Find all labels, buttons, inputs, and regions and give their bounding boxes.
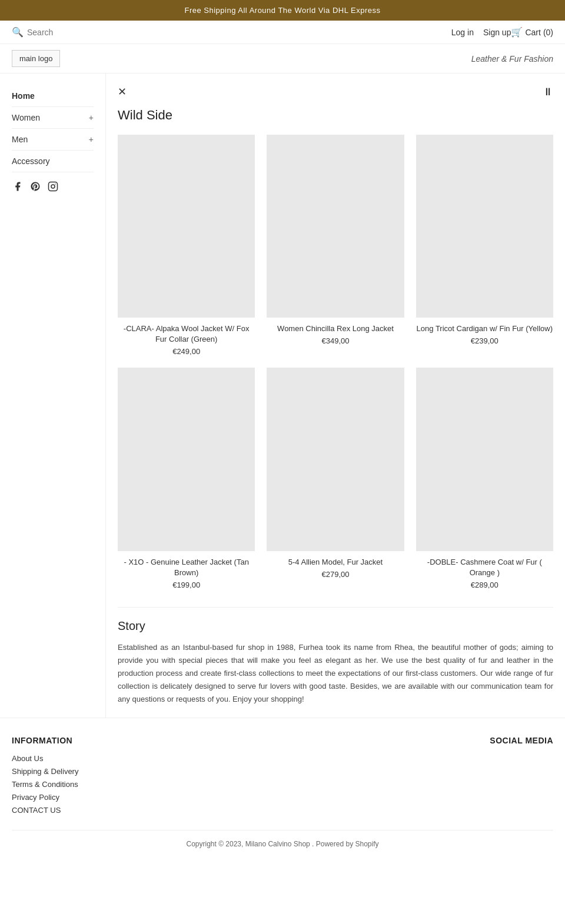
footer-link-contact[interactable]: CONTACT US bbox=[12, 805, 78, 815]
cart-link[interactable]: 🛒 Cart (0) bbox=[511, 26, 553, 38]
women-plus-icon: + bbox=[89, 113, 94, 122]
sidebar-home-link[interactable]: Home bbox=[12, 91, 94, 101]
product-name-4: 5-4 Allien Model, Fur Jacket bbox=[267, 557, 404, 568]
terms-link[interactable]: Terms & Conditions bbox=[12, 780, 78, 789]
footer-bottom: Copyright © 2023, Milano Calvino Shop . … bbox=[12, 830, 553, 852]
main-layout: Home Women + Men + Accessory bbox=[0, 74, 565, 718]
login-link[interactable]: Log in bbox=[451, 28, 474, 37]
story-section: Story Established as an Istanbul-based f… bbox=[118, 607, 553, 706]
product-card-3[interactable]: - X1O - Genuine Leather Jacket (Tan Brow… bbox=[118, 368, 255, 589]
contact-link[interactable]: CONTACT US bbox=[12, 806, 61, 815]
footer-info-heading: INFORMATION bbox=[12, 736, 78, 745]
product-price-5: €289,00 bbox=[416, 581, 553, 589]
product-card-1[interactable]: Women Chincilla Rex Long Jacket €349,00 bbox=[267, 135, 404, 356]
sidebar-accessory-label: Accessory bbox=[12, 156, 50, 166]
top-banner: Free Shipping All Around The World Via D… bbox=[0, 0, 565, 21]
header: 🔍 Log in Sign up 🛒 Cart (0) bbox=[0, 21, 565, 44]
privacy-link[interactable]: Privacy Policy bbox=[12, 793, 59, 802]
product-image-5 bbox=[416, 368, 553, 551]
tagline: Leather & Fur Fashion bbox=[471, 54, 553, 64]
about-us-link[interactable]: About Us bbox=[12, 754, 43, 763]
sidebar-item-women[interactable]: Women + bbox=[12, 107, 94, 129]
product-price-0: €249,00 bbox=[118, 347, 255, 356]
product-card-0[interactable]: -CLARA- Alpaka Wool Jacket W/ Fox Fur Co… bbox=[118, 135, 255, 356]
product-image-1 bbox=[267, 135, 404, 318]
main-logo: main logo bbox=[12, 50, 60, 67]
main-content: ✕ ⏸ Wild Side -CLARA- Alpaka Wool Jacket… bbox=[106, 74, 565, 718]
facebook-icon bbox=[12, 181, 23, 192]
product-image-3 bbox=[118, 368, 255, 551]
product-price-3: €199,00 bbox=[118, 581, 255, 589]
instagram-icon bbox=[48, 181, 58, 192]
footer: INFORMATION About Us Shipping & Delivery… bbox=[0, 718, 565, 858]
footer-link-privacy[interactable]: Privacy Policy bbox=[12, 792, 78, 802]
product-card-4[interactable]: 5-4 Allien Model, Fur Jacket €279,00 bbox=[267, 368, 404, 589]
product-name-5: -DOBLE- Cashmere Coat w/ Fur ( Orange ) bbox=[416, 557, 553, 578]
footer-link-about[interactable]: About Us bbox=[12, 753, 78, 763]
pinterest-link[interactable] bbox=[29, 181, 41, 192]
facebook-link[interactable] bbox=[12, 181, 24, 192]
footer-information: INFORMATION About Us Shipping & Delivery… bbox=[12, 736, 78, 818]
footer-info-links: About Us Shipping & Delivery Terms & Con… bbox=[12, 753, 78, 815]
product-price-4: €279,00 bbox=[267, 570, 404, 579]
cart-count: (0) bbox=[543, 28, 553, 37]
search-area: 🔍 bbox=[12, 26, 440, 38]
sidebar-social bbox=[12, 172, 94, 201]
product-name-3: - X1O - Genuine Leather Jacket (Tan Brow… bbox=[118, 557, 255, 578]
sidebar-item-men[interactable]: Men + bbox=[12, 129, 94, 151]
slideshow-prev-btn[interactable]: ✕ bbox=[118, 85, 127, 98]
sidebar-accessory-link[interactable]: Accessory bbox=[12, 156, 94, 166]
product-image-0 bbox=[118, 135, 255, 318]
slideshow-pause-btn[interactable]: ⏸ bbox=[543, 86, 553, 98]
cart-label: Cart bbox=[525, 28, 540, 37]
footer-social-media: Social Media bbox=[490, 736, 553, 818]
story-title: Story bbox=[118, 619, 553, 633]
signup-link[interactable]: Sign up bbox=[483, 28, 511, 37]
cart-icon: 🛒 bbox=[511, 26, 523, 38]
footer-social-heading: Social Media bbox=[490, 736, 553, 745]
product-image-2 bbox=[416, 135, 553, 318]
svg-point-1 bbox=[51, 185, 55, 188]
product-image-4 bbox=[267, 368, 404, 551]
collection-title: Wild Side bbox=[118, 108, 553, 123]
product-price-1: €349,00 bbox=[267, 336, 404, 345]
sidebar-men-link[interactable]: Men + bbox=[12, 135, 94, 144]
footer-link-shipping[interactable]: Shipping & Delivery bbox=[12, 766, 78, 776]
footer-link-terms[interactable]: Terms & Conditions bbox=[12, 779, 78, 789]
footer-top: INFORMATION About Us Shipping & Delivery… bbox=[12, 736, 553, 818]
product-name-2: Long Tricot Cardigan w/ Fin Fur (Yellow) bbox=[416, 323, 553, 334]
product-card-5[interactable]: -DOBLE- Cashmere Coat w/ Fur ( Orange ) … bbox=[416, 368, 553, 589]
product-card-2[interactable]: Long Tricot Cardigan w/ Fin Fur (Yellow)… bbox=[416, 135, 553, 356]
auth-links: Log in Sign up bbox=[451, 28, 511, 37]
pinterest-icon bbox=[30, 181, 41, 192]
sidebar-nav: Home Women + Men + Accessory bbox=[12, 85, 94, 172]
shipping-link[interactable]: Shipping & Delivery bbox=[12, 767, 78, 776]
copyright-text: Copyright © 2023, Milano Calvino Shop . … bbox=[186, 840, 378, 848]
slideshow-controls: ✕ ⏸ bbox=[118, 85, 553, 98]
sidebar-item-home[interactable]: Home bbox=[12, 85, 94, 107]
sidebar-item-accessory[interactable]: Accessory bbox=[12, 151, 94, 172]
instagram-link[interactable] bbox=[47, 181, 59, 192]
sidebar-women-link[interactable]: Women + bbox=[12, 113, 94, 122]
svg-rect-0 bbox=[49, 182, 58, 191]
banner-text: Free Shipping All Around The World Via D… bbox=[184, 6, 380, 15]
sidebar-home-label: Home bbox=[12, 91, 35, 101]
product-name-1: Women Chincilla Rex Long Jacket bbox=[267, 323, 404, 334]
product-name-0: -CLARA- Alpaka Wool Jacket W/ Fox Fur Co… bbox=[118, 323, 255, 345]
product-grid: -CLARA- Alpaka Wool Jacket W/ Fox Fur Co… bbox=[118, 135, 553, 589]
sidebar-women-label: Women bbox=[12, 113, 40, 122]
product-price-2: €239,00 bbox=[416, 336, 553, 345]
logo-area: main logo Leather & Fur Fashion bbox=[0, 44, 565, 74]
story-text: Established as an Istanbul-based fur sho… bbox=[118, 641, 553, 706]
search-input[interactable] bbox=[27, 28, 98, 37]
sidebar-men-label: Men bbox=[12, 135, 28, 144]
sidebar: Home Women + Men + Accessory bbox=[0, 74, 106, 718]
svg-point-2 bbox=[55, 184, 56, 185]
men-plus-icon: + bbox=[89, 135, 94, 144]
search-icon: 🔍 bbox=[12, 26, 24, 38]
logo-text: main logo bbox=[19, 54, 52, 63]
